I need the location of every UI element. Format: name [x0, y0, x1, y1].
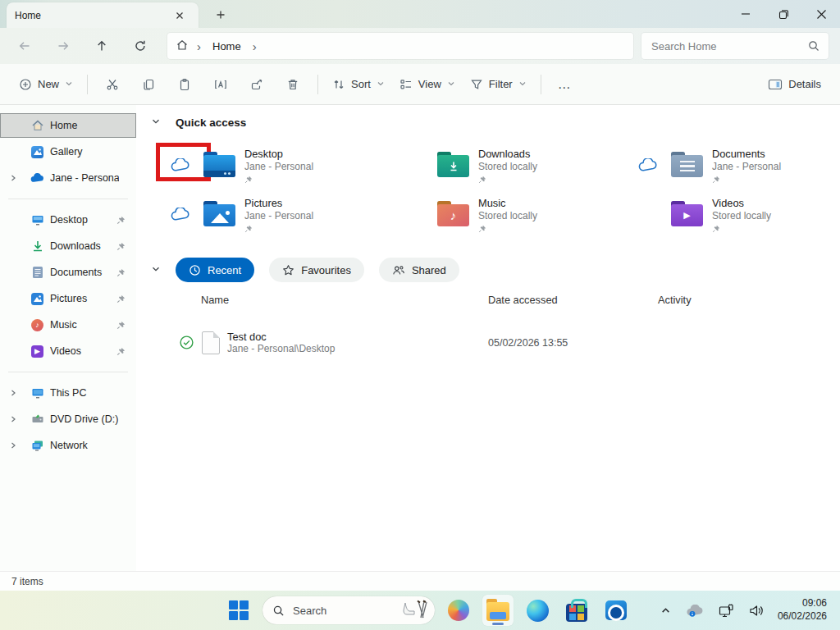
copilot-button[interactable] — [443, 595, 474, 626]
sidebar-item-documents[interactable]: Documents — [0, 260, 136, 285]
column-header-name[interactable]: Name — [136, 294, 488, 306]
sidebar-item-label: DVD Drive (D:) ESD- — [50, 413, 119, 425]
sidebar-item-gallery[interactable]: Gallery — [0, 139, 136, 164]
tab-label: Recent — [208, 264, 241, 276]
expand-chevron-icon[interactable] — [9, 174, 19, 182]
details-button[interactable]: Details — [760, 71, 829, 98]
plus-circle-icon — [19, 78, 32, 91]
cut-button[interactable] — [94, 71, 130, 98]
column-header-date-accessed[interactable]: Date accessed — [488, 294, 658, 306]
tab-close-icon[interactable] — [169, 6, 190, 25]
gallery-icon — [30, 145, 44, 159]
volume-icon[interactable] — [744, 595, 769, 626]
tile-subtitle: Jane - Personal — [244, 161, 313, 173]
files-table-header: Name Date accessed Activity — [136, 294, 840, 306]
network-tray-icon[interactable] — [714, 595, 739, 626]
delete-button[interactable] — [275, 71, 311, 98]
expand-chevron-icon[interactable] — [9, 441, 19, 450]
forward-button[interactable] — [49, 33, 77, 59]
search-input[interactable] — [650, 39, 807, 53]
windows-logo-icon — [229, 600, 249, 620]
minimize-button[interactable] — [727, 0, 765, 28]
sidebar-item-dvd-drive[interactable]: DVD Drive (D:) ESD- — [0, 407, 136, 431]
desktop-folder-icon — [203, 152, 235, 177]
tile-desktop[interactable]: Desktop Jane - Personal — [158, 144, 391, 194]
outlook-button[interactable] — [600, 595, 632, 626]
sidebar-item-desktop[interactable]: Desktop — [0, 208, 136, 232]
new-button[interactable]: New — [11, 71, 80, 98]
microsoft-store-icon — [566, 604, 587, 622]
taskbar-search[interactable] — [262, 596, 435, 624]
paste-button[interactable] — [167, 71, 203, 98]
chevron-down-icon — [377, 80, 385, 88]
tile-name: Pictures — [244, 197, 313, 210]
breadcrumb-home[interactable]: Home — [209, 39, 244, 54]
store-button[interactable] — [561, 595, 592, 626]
new-tab-button[interactable] — [210, 5, 231, 25]
tile-pictures[interactable]: Pictures Jane - Personal — [158, 194, 391, 243]
sort-button[interactable]: Sort — [325, 71, 392, 98]
collapse-chevron-icon[interactable] — [151, 264, 161, 276]
search-icon[interactable] — [807, 39, 820, 52]
tab-favourites[interactable]: Favourites — [269, 258, 364, 282]
tile-videos[interactable]: ▶ Videos Stored locally — [625, 194, 840, 243]
copy-button[interactable] — [130, 71, 167, 98]
expand-chevron-icon[interactable] — [9, 415, 19, 423]
taskbar-clock[interactable]: 09:06 06/02/2026 — [774, 597, 833, 623]
tile-music[interactable]: ♪ Music Stored locally — [391, 194, 625, 243]
tab-recent[interactable]: Recent — [176, 258, 254, 282]
column-header-activity[interactable]: Activity — [658, 294, 840, 306]
pin-icon — [116, 216, 126, 227]
scissors-icon — [106, 78, 119, 91]
sidebar-item-music[interactable]: ♪ Music — [0, 313, 136, 337]
start-button[interactable] — [223, 595, 254, 626]
breadcrumb-home-icon[interactable] — [176, 39, 189, 54]
expand-chevron-icon[interactable] — [9, 389, 19, 397]
refresh-button[interactable] — [126, 33, 154, 59]
edge-button[interactable] — [522, 595, 553, 626]
sidebar-item-pictures[interactable]: Pictures — [0, 286, 136, 311]
search-box[interactable] — [641, 33, 829, 59]
pin-icon — [116, 347, 126, 358]
sidebar-item-this-pc[interactable]: This PC — [0, 381, 136, 405]
sort-icon — [332, 78, 345, 91]
taskbar-search-input[interactable] — [291, 604, 395, 618]
file-explorer-button[interactable] — [482, 595, 514, 626]
filter-button[interactable]: Filter — [463, 71, 534, 98]
tray-chevron-up[interactable] — [655, 595, 676, 626]
rename-button[interactable] — [203, 71, 239, 98]
up-button[interactable] — [88, 33, 116, 59]
sidebar-item-videos[interactable]: ▶ Videos — [0, 339, 136, 363]
tile-documents[interactable]: Documents Jane - Personal — [625, 144, 840, 194]
breadcrumb-chevron-icon-2[interactable]: › — [253, 39, 257, 53]
back-button[interactable] — [11, 33, 39, 59]
rename-icon — [214, 78, 227, 91]
view-button[interactable]: View — [392, 71, 463, 98]
breadcrumb-chevron-icon[interactable]: › — [197, 39, 201, 53]
tile-downloads[interactable]: Downloads Stored locally — [391, 144, 625, 194]
file-row-test-doc[interactable]: Test doc Jane - Personal\Desktop 05/02/2… — [136, 322, 832, 364]
sidebar-item-label: This PC — [50, 387, 119, 399]
sidebar-divider — [8, 199, 128, 199]
sidebar-item-home[interactable]: Home — [0, 113, 136, 138]
clock-icon — [189, 264, 201, 276]
onedrive-tray-icon[interactable] — [681, 595, 709, 626]
tile-subtitle: Jane - Personal — [244, 210, 313, 222]
sidebar-item-network[interactable]: Network — [0, 433, 136, 458]
share-button[interactable] — [239, 71, 275, 98]
tile-name: Videos — [712, 197, 771, 210]
sidebar-item-onedrive[interactable]: Jane - Personal — [0, 166, 136, 190]
collapse-chevron-icon[interactable] — [151, 116, 161, 129]
tab-label: Shared — [412, 264, 446, 276]
restore-button[interactable] — [765, 0, 802, 28]
items-count: 7 items — [11, 576, 43, 587]
sidebar-item-downloads[interactable]: Downloads — [0, 234, 136, 258]
more-options-button[interactable]: … — [548, 77, 582, 92]
details-button-label: Details — [788, 78, 821, 90]
tab-shared[interactable]: Shared — [379, 258, 459, 282]
close-button[interactable] — [802, 0, 840, 28]
pin-icon — [116, 294, 126, 306]
sidebar-item-label: Videos — [50, 345, 119, 357]
tab-home[interactable]: Home — [7, 2, 199, 28]
address-bar[interactable]: › Home › — [167, 33, 633, 59]
